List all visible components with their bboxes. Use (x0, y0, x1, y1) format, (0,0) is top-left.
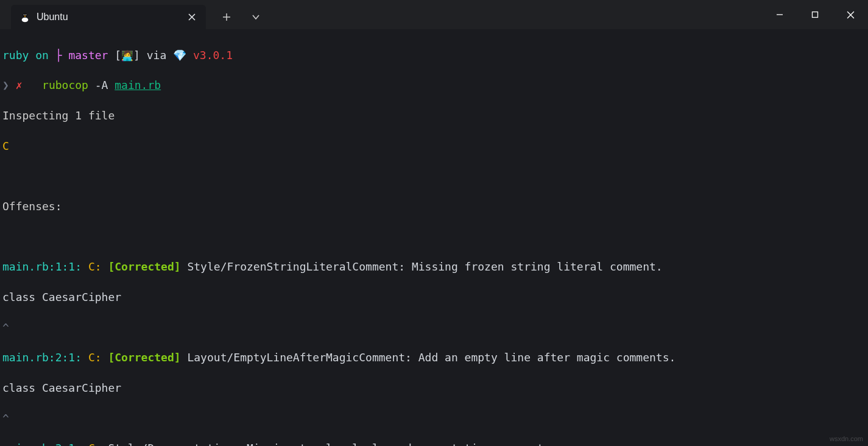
svg-point-2 (24, 15, 25, 16)
tab-title: Ubuntu (37, 12, 179, 23)
tux-icon (19, 12, 30, 23)
offense-2-source: class CaesarCipher (2, 381, 866, 396)
offense-2-caret: ^ (2, 411, 866, 427)
window-controls (762, 0, 868, 29)
svg-point-1 (22, 18, 29, 23)
new-tab-button[interactable] (212, 5, 241, 29)
offense-1-source: class CaesarCipher (2, 290, 866, 305)
cross-icon: ✗ (16, 79, 23, 91)
maximize-button[interactable] (797, 0, 833, 29)
titlebar: Ubuntu (0, 0, 868, 29)
output-line: Inspecting 1 file (2, 108, 866, 124)
status-indicator: C (2, 139, 866, 154)
terminal-tab[interactable]: Ubuntu (11, 5, 206, 29)
blank-line (2, 230, 866, 245)
command-line: ❯ ✗ rubocop -A main.rb (2, 78, 866, 93)
offense-3: main.rb:3:1: C: Style/Documentation: Mis… (2, 441, 866, 446)
offenses-header: Offenses: (2, 199, 866, 214)
svg-point-3 (26, 15, 27, 16)
tab-close-button[interactable] (185, 10, 199, 24)
minimize-button[interactable] (762, 0, 797, 29)
terminal-output[interactable]: ruby on ├ master [👩‍💻] via 💎 v3.0.1 ❯ ✗ … (0, 29, 868, 446)
diamond-icon: 💎 (173, 49, 186, 62)
offense-1-caret: ^ (2, 320, 866, 336)
svg-rect-5 (813, 12, 818, 18)
watermark: wsxdn.com (830, 435, 863, 442)
blank-line (2, 169, 866, 184)
user-emoji-icon: 👩‍💻 (121, 50, 133, 62)
prompt-arrow-icon: ❯ (2, 79, 9, 91)
window-close-button[interactable] (833, 0, 868, 29)
offense-2: main.rb:2:1: C: [Corrected] Layout/Empty… (2, 350, 866, 366)
offense-1: main.rb:1:1: C: [Corrected] Style/Frozen… (2, 260, 866, 275)
file-link[interactable]: main.rb (115, 79, 161, 91)
prompt-line-1: ruby on ├ master [👩‍💻] via 💎 v3.0.1 (2, 48, 866, 63)
tab-dropdown-button[interactable] (241, 5, 270, 29)
